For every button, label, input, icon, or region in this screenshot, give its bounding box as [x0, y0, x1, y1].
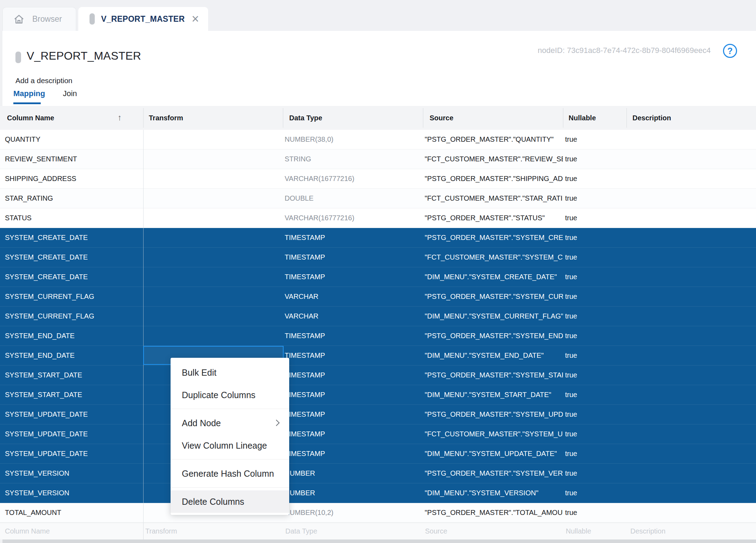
cell-nullable[interactable]: true: [565, 208, 625, 228]
cell-column-name[interactable]: TOTAL_AMOUNT: [5, 503, 140, 522]
cell-column-name[interactable]: SHIPPING_ADDRESS: [5, 169, 140, 188]
context-menu-item[interactable]: Add Node: [171, 412, 289, 434]
cell-data-type[interactable]: STRING: [285, 149, 420, 169]
cell-nullable[interactable]: true: [565, 385, 625, 404]
cell-data-type[interactable]: TIMESTAMP: [285, 424, 420, 444]
cell-data-type[interactable]: NUMBER: [285, 464, 420, 483]
cell-column-name[interactable]: SYSTEM_CREATE_DATE: [5, 248, 140, 267]
cell-source[interactable]: "PSTG_ORDER_MASTER"."SHIPPING_ADDRESS": [425, 169, 563, 188]
context-menu-item[interactable]: Duplicate Columns: [171, 384, 289, 406]
cell-column-name[interactable]: SYSTEM_CREATE_DATE: [5, 267, 140, 287]
cell-description[interactable]: [632, 208, 752, 228]
context-menu-item[interactable]: Delete Columns: [171, 490, 289, 513]
table-row[interactable]: REVIEW_SENTIMENT STRING "FCT_CUSTOMER_MA…: [0, 149, 756, 169]
column-header-column-name[interactable]: Column Name: [7, 106, 54, 130]
cell-description[interactable]: [632, 483, 752, 503]
cell-data-type[interactable]: VARCHAR: [285, 287, 420, 306]
cell-data-type[interactable]: VARCHAR(16777216): [285, 208, 420, 228]
table-row[interactable]: STATUS VARCHAR(16777216) "PSTG_ORDER_MAS…: [0, 208, 756, 228]
column-header-description[interactable]: Description: [632, 106, 671, 130]
cell-description[interactable]: [632, 346, 752, 365]
cell-data-type[interactable]: DOUBLE: [285, 189, 420, 208]
cell-source[interactable]: "DIM_MENU"."SYSTEM_START_DATE": [425, 385, 563, 404]
cell-source[interactable]: "FCT_CUSTOMER_MASTER"."REVIEW_SENTIMENT": [425, 149, 563, 169]
horizontal-scrollbar[interactable]: [2, 539, 756, 543]
cell-description[interactable]: [632, 444, 752, 463]
cell-source[interactable]: "DIM_MENU"."SYSTEM_CREATE_DATE": [425, 267, 563, 287]
cell-description[interactable]: [632, 366, 752, 385]
cell-nullable[interactable]: true: [565, 366, 625, 385]
context-menu-item[interactable]: View Column Lineage: [171, 434, 289, 457]
table-row[interactable]: SHIPPING_ADDRESS VARCHAR(16777216) "PSTG…: [0, 169, 756, 189]
cell-description[interactable]: [632, 130, 752, 149]
cell-source[interactable]: "PSTG_ORDER_MASTER"."SYSTEM_START_DATE": [425, 366, 563, 385]
table-row[interactable]: STAR_RATING DOUBLE "FCT_CUSTOMER_MASTER"…: [0, 189, 756, 208]
cell-column-name[interactable]: SYSTEM_CURRENT_FLAG: [5, 287, 140, 306]
context-menu-item[interactable]: Generate Hash Column: [171, 462, 289, 485]
cell-data-type[interactable]: TIMESTAMP: [285, 228, 420, 247]
cell-description[interactable]: [632, 464, 752, 483]
cell-source[interactable]: "FCT_CUSTOMER_MASTER"."STAR_RATING": [425, 189, 563, 208]
cell-data-type[interactable]: NUMBER(38,0): [285, 130, 420, 149]
cell-description[interactable]: [632, 307, 752, 326]
cell-source[interactable]: "PSTG_ORDER_MASTER"."TOTAL_AMOUNT": [425, 503, 563, 522]
cell-column-name[interactable]: QUANTITY: [5, 130, 140, 149]
cell-nullable[interactable]: true: [565, 503, 625, 522]
table-row[interactable]: SYSTEM_CREATE_DATE TIMESTAMP "FCT_CUSTOM…: [0, 248, 756, 267]
table-row[interactable]: SYSTEM_CREATE_DATE TIMESTAMP "DIM_MENU".…: [0, 267, 756, 287]
table-row[interactable]: SYSTEM_UPDATE_DATE TIMESTAMP "FCT_CUSTOM…: [0, 424, 756, 444]
table-row[interactable]: SYSTEM_CREATE_DATE TIMESTAMP "PSTG_ORDER…: [0, 228, 756, 248]
cell-nullable[interactable]: true: [565, 405, 625, 424]
cell-nullable[interactable]: true: [565, 444, 625, 463]
cell-data-type[interactable]: TIMESTAMP: [285, 248, 420, 267]
cell-column-name[interactable]: SYSTEM_VERSION: [5, 483, 140, 503]
cell-description[interactable]: [632, 287, 752, 306]
cell-column-name[interactable]: SYSTEM_VERSION: [5, 464, 140, 483]
cell-source[interactable]: "DIM_MENU"."SYSTEM_CURRENT_FLAG": [425, 307, 563, 326]
cell-source[interactable]: "PSTG_ORDER_MASTER"."STATUS": [425, 208, 563, 228]
cell-data-type[interactable]: TIMESTAMP: [285, 267, 420, 287]
cell-source[interactable]: "PSTG_ORDER_MASTER"."QUANTITY": [425, 130, 563, 149]
cell-source[interactable]: "PSTG_ORDER_MASTER"."SYSTEM_VERSION": [425, 464, 563, 483]
cell-nullable[interactable]: true: [565, 228, 625, 247]
cell-data-type[interactable]: TIMESTAMP: [285, 385, 420, 404]
cell-nullable[interactable]: true: [565, 346, 625, 365]
table-row[interactable]: QUANTITY NUMBER(38,0) "PSTG_ORDER_MASTER…: [0, 130, 756, 149]
column-header-data-type[interactable]: Data Type: [289, 106, 322, 130]
cell-nullable[interactable]: true: [565, 307, 625, 326]
cell-source[interactable]: "DIM_MENU"."SYSTEM_END_DATE": [425, 346, 563, 365]
cell-column-name[interactable]: SYSTEM_CREATE_DATE: [5, 228, 140, 247]
tab-mapping[interactable]: Mapping: [13, 89, 45, 98]
cell-source[interactable]: "FCT_CUSTOMER_MASTER"."SYSTEM_UPDATE_DAT…: [425, 424, 563, 444]
cell-nullable[interactable]: true: [565, 287, 625, 306]
cell-column-name[interactable]: SYSTEM_UPDATE_DATE: [5, 424, 140, 444]
cell-nullable[interactable]: true: [565, 464, 625, 483]
help-icon[interactable]: ?: [723, 44, 737, 58]
cell-nullable[interactable]: true: [565, 169, 625, 188]
cell-nullable[interactable]: true: [565, 189, 625, 208]
table-row[interactable]: SYSTEM_START_DATE TIMESTAMP "DIM_MENU"."…: [0, 385, 756, 405]
cell-data-type[interactable]: TIMESTAMP: [285, 326, 420, 346]
column-header-transform[interactable]: Transform: [149, 106, 183, 130]
cell-column-name[interactable]: SYSTEM_START_DATE: [5, 385, 140, 404]
cell-data-type[interactable]: TIMESTAMP: [285, 405, 420, 424]
cell-column-name[interactable]: SYSTEM_UPDATE_DATE: [5, 444, 140, 463]
table-row[interactable]: SYSTEM_CURRENT_FLAG VARCHAR "DIM_MENU"."…: [0, 307, 756, 326]
column-header-nullable[interactable]: Nullable: [569, 106, 596, 130]
cell-source[interactable]: "PSTG_ORDER_MASTER"."SYSTEM_UPDATE_DATE": [425, 405, 563, 424]
cell-data-type[interactable]: NUMBER: [285, 483, 420, 503]
cell-description[interactable]: [632, 405, 752, 424]
cell-source[interactable]: "DIM_MENU"."SYSTEM_UPDATE_DATE": [425, 444, 563, 463]
context-menu-item[interactable]: Bulk Edit: [171, 361, 289, 384]
cell-source[interactable]: "FCT_CUSTOMER_MASTER"."SYSTEM_CREATE_DAT…: [425, 248, 563, 267]
cell-data-type[interactable]: TIMESTAMP: [285, 444, 420, 463]
cell-nullable[interactable]: true: [565, 130, 625, 149]
table-row[interactable]: SYSTEM_START_DATE TIMESTAMP "PSTG_ORDER_…: [0, 366, 756, 385]
cell-column-name[interactable]: SYSTEM_END_DATE: [5, 346, 140, 365]
cell-description[interactable]: [632, 189, 752, 208]
close-tab-icon[interactable]: ×: [192, 13, 199, 25]
tab-browser[interactable]: Browser: [2, 7, 76, 31]
cell-column-name[interactable]: SYSTEM_CURRENT_FLAG: [5, 307, 140, 326]
cell-description[interactable]: [632, 385, 752, 404]
table-row[interactable]: TOTAL_AMOUNT NUMBER(10,2) "PSTG_ORDER_MA…: [0, 503, 756, 523]
